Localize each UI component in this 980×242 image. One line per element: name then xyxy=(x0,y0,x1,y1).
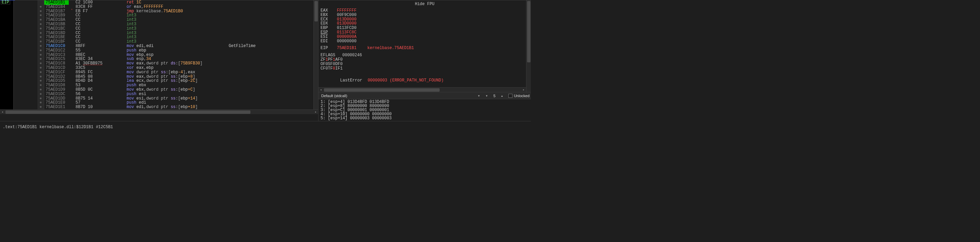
regs-vscrollbar[interactable] xyxy=(526,0,531,92)
comment[interactable] xyxy=(228,18,318,22)
jump-indicator xyxy=(69,83,75,88)
reg-eflags[interactable]: EFLAGS 00000246 xyxy=(321,53,529,58)
scroll-left-icon[interactable]: ◂ xyxy=(318,88,323,92)
reg-value: 00000000 xyxy=(337,39,356,43)
address[interactable]: 75AED1CD xyxy=(44,66,69,70)
bytes: CC xyxy=(75,31,126,35)
address[interactable]: 75AED1B1 xyxy=(44,0,69,5)
chevron-up-icon[interactable]: ▴ xyxy=(500,94,504,98)
reg-name: ESP xyxy=(321,30,337,35)
address[interactable]: 75AED1C0 xyxy=(44,44,69,48)
calling-convention-combo[interactable]: Default (stdcall) ▾ xyxy=(320,94,482,98)
disasm-row[interactable]: ●75AED1D98B5D 0Cmov ebx,dword ptr ss:[eb… xyxy=(0,88,318,92)
comment[interactable] xyxy=(228,31,318,35)
flags-row[interactable]: OF 0 SF 0 DF 0 xyxy=(321,62,529,66)
comment[interactable] xyxy=(228,48,318,53)
hscroll-thumb[interactable] xyxy=(5,111,250,114)
scroll-left-icon[interactable]: ◂ xyxy=(0,110,5,115)
comment[interactable] xyxy=(228,13,318,18)
comment[interactable] xyxy=(228,101,318,105)
comment[interactable] xyxy=(228,96,318,101)
registers-pane[interactable]: Hide FPU EAXFFFFFFFFEBX00F9C000ECX013D00… xyxy=(318,0,531,92)
reg-edi[interactable]: EDI00000000 xyxy=(321,39,529,43)
vscroll-thumb[interactable] xyxy=(527,1,530,63)
disassembly-pane[interactable]: EIP75AED1B1C2 1C00ret 1C●75AED1B483C8 FF… xyxy=(0,0,318,121)
comment[interactable] xyxy=(228,22,318,27)
lasterror-value: 00000003 (ERROR_PATH_NOT_FOUND) xyxy=(362,78,443,83)
disasm-row[interactable]: ●75AED1E18B7D 10mov edi,dword ptr ss:[eb… xyxy=(0,105,318,109)
address[interactable]: 75AED1BB xyxy=(44,22,69,27)
bytes: 55 xyxy=(75,48,126,53)
eip-gutter xyxy=(0,61,14,66)
flags-row[interactable]: ZF 1 PF 1 AF 0 xyxy=(321,58,529,62)
comment[interactable] xyxy=(228,53,318,57)
reg-esp[interactable]: ESP0113FC8C xyxy=(321,30,529,35)
scroll-right-icon[interactable]: ▸ xyxy=(521,88,526,92)
chevron-down-icon[interactable]: ▾ xyxy=(485,94,489,98)
eip-gutter xyxy=(0,57,14,61)
disasm-row[interactable]: ●75AED1C08BFFmov edi,ediGetFileTime xyxy=(0,44,318,48)
unlocked-checkbox[interactable]: Unlocked xyxy=(506,94,530,98)
jump-arrow-gutter xyxy=(14,53,37,57)
reg-eax[interactable]: EAXFFFFFFFF xyxy=(321,8,529,13)
jump-arrow-gutter xyxy=(14,57,37,61)
comment[interactable] xyxy=(228,75,318,79)
reg-value: FFFFFFFF xyxy=(337,8,356,13)
instruction: jmp kernelbase.75AED1B0 xyxy=(126,9,228,14)
eip-gutter xyxy=(0,44,14,48)
comment[interactable] xyxy=(228,79,318,83)
comment[interactable] xyxy=(228,27,318,31)
checkbox-icon[interactable] xyxy=(508,94,512,98)
address[interactable]: 75AED1C2 xyxy=(44,48,69,53)
disasm-vscrollbar[interactable] xyxy=(313,0,318,109)
address[interactable]: 75AED1CF xyxy=(44,70,69,75)
disasm-row[interactable]: ●75AED1BCCCint3 xyxy=(0,27,318,31)
bytes: CC xyxy=(75,18,126,22)
comment[interactable] xyxy=(228,9,318,14)
address[interactable]: 75AED1B4 xyxy=(44,5,69,9)
jump-indicator xyxy=(69,40,75,44)
jump-arrow-gutter xyxy=(14,96,37,101)
address[interactable]: 75AED1DC xyxy=(44,92,69,96)
comment[interactable] xyxy=(228,70,318,75)
reg-esi[interactable]: ESI0000000A xyxy=(321,35,529,39)
disasm-row[interactable]: ●75AED1C255push ebp xyxy=(0,48,318,53)
comment[interactable]: GetFileTime xyxy=(228,44,318,48)
comment[interactable] xyxy=(228,105,318,109)
disasm-row[interactable]: ●75AED1B483C8 FFor eax,FFFFFFFF xyxy=(0,5,318,9)
jump-indicator xyxy=(69,22,75,27)
argument-row[interactable]: 5: [esp+14] 00000003 00000003 xyxy=(321,116,529,120)
disasm-row[interactable]: ●75AED1BBCCint3 xyxy=(0,22,318,27)
address[interactable]: 75AED1E1 xyxy=(44,105,69,109)
hscroll-thumb[interactable] xyxy=(324,88,440,92)
last-error[interactable]: LastError00000003 (ERROR_PATH_NOT_FOUND) xyxy=(321,73,529,88)
eip-marker: EIP xyxy=(1,0,10,5)
comment[interactable] xyxy=(228,83,318,88)
chevron-down-icon: ▾ xyxy=(477,94,481,98)
comment[interactable] xyxy=(228,5,318,9)
regs-hscrollbar[interactable]: ◂ ▸ xyxy=(318,87,526,92)
jump-arrow-gutter xyxy=(14,70,37,75)
flags-row[interactable]: CF 0 TF 0 IF 1 xyxy=(321,66,529,71)
comment[interactable] xyxy=(228,0,318,5)
vscroll-thumb[interactable] xyxy=(314,1,318,21)
reg-ebx[interactable]: EBX00F9C000 xyxy=(321,13,529,18)
arguments-pane[interactable]: Default (stdcall) ▾ ▾ 5 ▴ Unlocked 1: [e… xyxy=(318,92,531,121)
comment[interactable] xyxy=(228,35,318,40)
comment[interactable] xyxy=(228,66,318,70)
bytes: C2 1C00 xyxy=(75,0,126,5)
scroll-right-icon[interactable]: ▸ xyxy=(313,110,318,115)
comment[interactable] xyxy=(228,92,318,96)
reg-eip[interactable]: EIP 75AED1B1 kernelbase.75AED1B1 xyxy=(321,46,529,50)
eip-gutter xyxy=(0,96,14,101)
jump-arrow-gutter xyxy=(14,83,37,88)
arg-count-spinner[interactable]: ▾ 5 ▴ xyxy=(482,94,506,98)
comment[interactable] xyxy=(228,61,318,66)
comment[interactable] xyxy=(228,88,318,92)
eip-gutter xyxy=(0,101,14,105)
disasm-hscrollbar[interactable]: ◂ ▸ xyxy=(0,109,318,114)
hide-fpu-button[interactable]: Hide FPU xyxy=(321,1,529,8)
address[interactable]: 75AED1D9 xyxy=(44,88,69,92)
comment[interactable] xyxy=(228,57,318,61)
address[interactable]: 75AED1BC xyxy=(44,27,69,31)
